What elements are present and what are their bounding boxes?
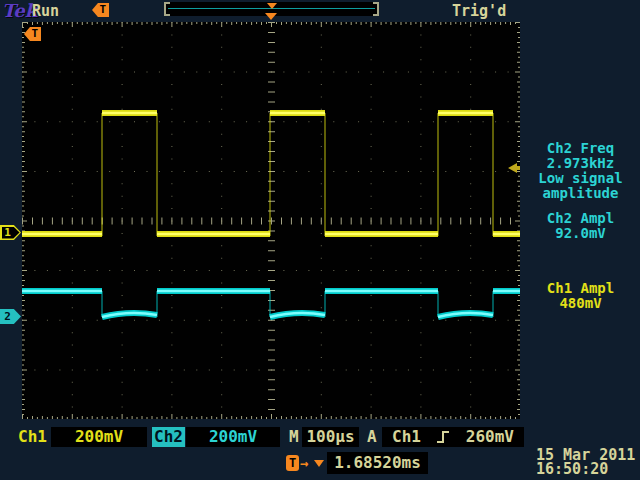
ch2-ground-marker: 2	[0, 309, 21, 324]
measurement-label: Ch2 Ampl	[521, 211, 640, 226]
measurement-ch1-ampl: Ch1 Ampl 480mV	[521, 281, 640, 311]
trigger-level-value: 260mV	[466, 427, 514, 447]
timebase-readout: 100µs	[302, 427, 359, 447]
delay-time-readout: 1.68520ms	[327, 452, 428, 474]
ch1-ground-marker: 1	[0, 225, 21, 240]
scope-display-svg	[22, 22, 520, 419]
measurement-ch2-freq: Ch2 Freq 2.973kHz	[521, 141, 640, 171]
graticule	[22, 22, 520, 419]
ch2-scale-readout: 200mV	[186, 427, 280, 447]
record-trigger-position-icon	[267, 3, 277, 9]
scope-display	[22, 22, 520, 419]
delay-triangle-icon	[314, 460, 324, 467]
measurement-ch2-ampl: Ch2 Ampl 92.0mV	[521, 211, 640, 241]
ch2-label-selected: Ch2	[152, 427, 185, 447]
measurement-label: Ch2 Freq	[521, 141, 640, 156]
trigger-status: Trig'd	[452, 2, 506, 20]
rising-slope-icon	[436, 428, 450, 446]
trigger-source: Ch1	[392, 427, 421, 447]
measurement-warning: Low signal amplitude	[521, 171, 640, 201]
measurement-label: Ch1 Ampl	[521, 281, 640, 296]
trigger-readout: Ch1 260mV	[382, 427, 524, 447]
trace-ch2	[22, 291, 520, 317]
trigger-level-arrow-tail	[516, 166, 520, 170]
trigger-section-label: A	[367, 427, 377, 447]
acquisition-state: Run	[32, 2, 59, 20]
ch1-scale-readout: 200mV	[51, 427, 147, 447]
measurement-value: 480mV	[521, 296, 640, 311]
measurement-value: 92.0mV	[521, 226, 640, 241]
horizontal-trigger-position-icon	[265, 13, 277, 20]
datetime-readout: 15 Mar 2011 16:50:20	[536, 448, 640, 476]
delay-trigger-icon: T	[286, 455, 299, 471]
time: 16:50:20	[536, 462, 640, 476]
measurement-value: 2.973kHz	[521, 156, 640, 171]
trigger-offscreen-left-icon: T	[92, 3, 109, 17]
delay-arrow-icon: →	[300, 455, 308, 471]
timebase-label: M	[289, 427, 299, 447]
record-view-bracket-left	[166, 2, 170, 4]
ch1-label: Ch1	[18, 427, 47, 447]
oscilloscope-screen: Tek Run T Trig'd T 1 2 Ch2 Freq 2.973kHz…	[0, 0, 640, 480]
record-view-bracket-right	[373, 2, 377, 4]
